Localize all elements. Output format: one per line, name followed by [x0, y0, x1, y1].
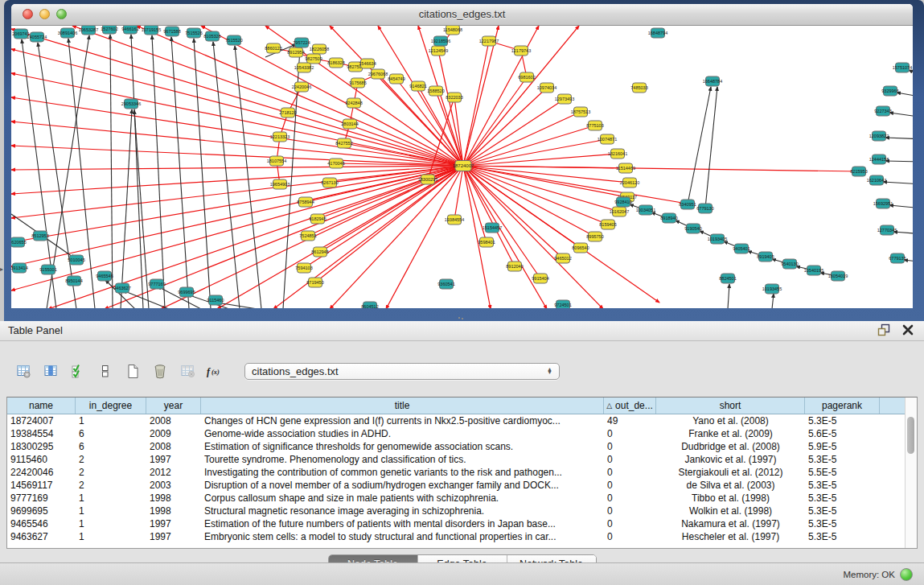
cell-title[interactable]: Embryonic stem cells: a model to study s… — [201, 530, 604, 543]
cell-out_de[interactable]: 0 — [604, 530, 656, 543]
citation-node-teal[interactable]: 9405401 — [733, 244, 749, 253]
hidden-panel-arrow-icon[interactable]: ▸ — [0, 266, 3, 273]
cell-short[interactable]: Tibbo et al. (1998) — [656, 492, 805, 505]
table-row[interactable]: 946554611997Estimation of the future num… — [7, 517, 906, 530]
citation-node-teal[interactable]: 12093822 — [869, 131, 889, 141]
select-all-button[interactable] — [66, 360, 90, 382]
cell-title[interactable]: Investigating the contribution of common… — [201, 466, 604, 479]
column-header-out_de[interactable]: △out_de... — [604, 398, 656, 414]
citation-node-teal[interactable]: 8824501 — [719, 274, 736, 283]
cell-out_de[interactable]: 0 — [604, 492, 656, 505]
citation-node-yellow[interactable]: 7485033 — [630, 83, 647, 93]
citation-node-yellow[interactable]: 8322033 — [446, 93, 462, 102]
cell-name[interactable]: 9465546 — [7, 517, 76, 530]
citation-node-teal[interactable]: 16648784 — [703, 76, 722, 86]
cell-pagerank[interactable]: 5.9E-5 — [805, 440, 880, 453]
citation-node-teal[interactable]: 6779130 — [696, 204, 713, 213]
network-window-titlebar[interactable]: citations_edges.txt — [11, 4, 913, 26]
citation-node-teal[interactable]: 19218596 — [431, 36, 450, 46]
citation-node-teal[interactable]: 9724501 — [554, 300, 571, 308]
citation-node-teal[interactable]: 10653287 — [79, 26, 98, 35]
cell-year[interactable]: 2008 — [146, 440, 201, 453]
cell-in_degree[interactable]: 1 — [76, 414, 146, 427]
cell-year[interactable]: 2003 — [146, 479, 201, 492]
new-column-button[interactable] — [121, 360, 145, 382]
citation-node-teal[interactable]: 9227343 — [874, 106, 891, 116]
citation-node-yellow[interactable]: 4170046 — [327, 159, 344, 168]
memory-ok-icon[interactable] — [900, 568, 913, 581]
cell-short[interactable]: Dudbridge et al. (2008) — [656, 440, 805, 453]
citation-node-yellow[interactable]: 9146821 — [409, 81, 426, 91]
column-header-pagerank[interactable]: pagerank — [805, 398, 880, 414]
cell-title[interactable]: Estimation of significance thresholds fo… — [201, 440, 604, 453]
cell-out_de[interactable]: 0 — [604, 466, 656, 479]
citation-node-teal[interactable]: 9466162 — [121, 26, 138, 34]
table-row[interactable]: 1830029562008Estimation of significance … — [7, 440, 906, 453]
cell-pagerank[interactable]: 5.3E-5 — [805, 505, 880, 517]
citation-node-teal[interactable]: 16210643 — [867, 175, 886, 185]
citation-node-yellow[interactable]: 9827509 — [305, 54, 322, 64]
citation-node-teal[interactable]: 8604512 — [361, 302, 378, 308]
citation-node-yellow[interactable]: 9915404 — [532, 274, 548, 283]
cell-year[interactable]: 1998 — [146, 505, 201, 517]
cell-name[interactable]: 9777169 — [7, 492, 76, 505]
table-row[interactable]: 911546021997Tourette syndrome. Phenomeno… — [7, 453, 906, 466]
citation-node-teal[interactable]: 9465546 — [96, 271, 113, 281]
citation-node-yellow[interactable]: 18107554 — [267, 156, 286, 166]
delete-column-button[interactable] — [148, 360, 172, 382]
cell-title[interactable]: Changes of HCN gene expression and I(f) … — [201, 414, 604, 427]
citation-node-teal[interactable]: 9777169 — [148, 279, 165, 289]
citation-node-teal[interactable]: 7957224 — [293, 38, 310, 47]
deselect-all-button[interactable] — [93, 360, 117, 382]
citation-node-yellow[interactable]: 8995750 — [586, 232, 603, 241]
citation-node-teal[interactable]: 7515526 — [185, 28, 202, 38]
citation-node-yellow[interactable]: 13216041 — [608, 149, 627, 159]
cell-short[interactable]: Hescheler et al. (1997) — [656, 530, 805, 543]
cell-out_de[interactable]: 0 — [604, 453, 656, 466]
citation-node-yellow[interactable]: 8159405 — [599, 220, 616, 229]
cell-name[interactable]: 9463627 — [7, 530, 76, 543]
citation-node-teal[interactable]: 10719155 — [142, 26, 161, 35]
cell-in_degree[interactable]: 2 — [76, 479, 146, 492]
cell-pagerank[interactable]: 5.3E-5 — [805, 453, 880, 466]
citation-node-yellow[interactable]: 8454749 — [388, 74, 405, 84]
cell-title[interactable]: Disruption of a novel member of a sodium… — [201, 479, 604, 492]
cell-name[interactable]: 14569117 — [7, 479, 76, 492]
column-header-title[interactable]: title — [201, 398, 604, 414]
citation-node-yellow[interactable]: 18226058 — [310, 44, 329, 54]
citation-node-yellow[interactable]: 2718120 — [279, 108, 296, 117]
citation-node-teal[interactable]: 5010045 — [68, 255, 84, 265]
citation-node-yellow[interactable]: 8096540 — [572, 243, 589, 253]
citation-node-teal[interactable]: 16848794 — [648, 28, 667, 38]
network-graph[interactable]: 8860123891295418226058982750910543382818… — [11, 26, 913, 308]
citation-node-yellow[interactable]: 19654903 — [270, 179, 290, 189]
citation-node-yellow[interactable]: 18724007 — [453, 161, 474, 171]
cell-pagerank[interactable]: 5.3E-5 — [805, 414, 880, 427]
citation-node-teal[interactable]: 1527602 — [101, 26, 117, 34]
citation-node-teal[interactable]: 15751074 — [893, 63, 912, 72]
citation-node-teal[interactable]: 9329966 — [881, 86, 898, 96]
cell-short[interactable]: de Silva et al. (2003) — [656, 479, 805, 492]
citation-node-yellow[interactable]: 8758944 — [297, 197, 314, 207]
cell-in_degree[interactable]: 1 — [76, 530, 146, 543]
citation-node-teal[interactable]: 9928410 — [614, 197, 631, 207]
cell-year[interactable]: 2012 — [146, 466, 201, 479]
citation-node-yellow[interactable]: 2803144 — [341, 119, 358, 129]
column-header-in_degree[interactable]: in_degree — [76, 398, 146, 414]
cell-title[interactable]: Corpus callosum shape and size in male p… — [201, 492, 604, 505]
citation-node-yellow[interactable]: 9242848 — [345, 98, 362, 108]
citation-node-yellow[interactable]: 10974034 — [537, 83, 556, 93]
cell-title[interactable]: Estimation of the future numbers of pati… — [201, 517, 604, 530]
citation-node-teal[interactable]: 9155001 — [39, 265, 56, 274]
column-header-short[interactable]: short — [656, 398, 805, 414]
cell-out_de[interactable]: 0 — [604, 517, 656, 530]
citation-node-teal[interactable]: 8918940 — [660, 213, 677, 223]
citation-node-teal[interactable]: 15692951 — [873, 199, 893, 208]
citation-node-yellow[interactable]: 8612945 — [311, 247, 328, 257]
citation-node-yellow[interactable]: 12213323 — [270, 132, 290, 142]
citation-node-yellow[interactable]: 18757513 — [571, 107, 590, 117]
cell-name[interactable]: 19384554 — [7, 427, 76, 440]
citation-node-teal[interactable]: 10193455 — [762, 284, 782, 294]
cell-short[interactable]: Wolkin et al. (1998) — [656, 505, 805, 517]
citation-node-teal[interactable]: 15154457 — [483, 223, 502, 233]
